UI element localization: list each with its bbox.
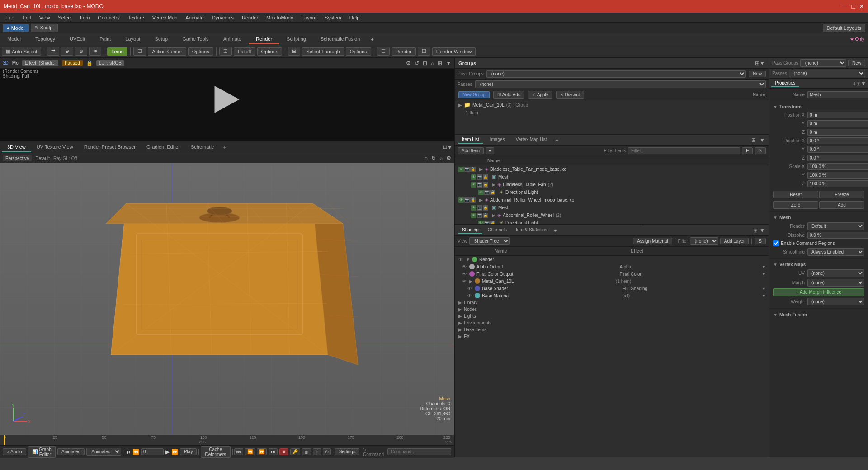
mode-sculpt[interactable]: ✎ Sculpt	[31, 24, 58, 32]
il-tab-vertex-map[interactable]: Vertex Map List	[512, 136, 551, 144]
vis-render-1[interactable]: 📷	[464, 167, 470, 172]
enable-command-checkbox[interactable]	[773, 240, 779, 246]
vp-gear-btn[interactable]: ⚙	[446, 155, 451, 161]
apply-btn[interactable]: ✓ Apply	[528, 91, 552, 99]
il-add-tab[interactable]: +	[554, 137, 560, 143]
menu-texture[interactable]: Texture	[124, 14, 148, 21]
vp-orbit-btn[interactable]: ↻	[431, 155, 436, 161]
vis-render-l1[interactable]: 📷	[484, 190, 490, 195]
freeze-btn[interactable]: Freeze	[819, 191, 864, 198]
transport-5[interactable]: 🔑	[290, 448, 300, 455]
group-item-metalcan[interactable]: ▶ 📁 Metal_Can_10L (3) : Group	[455, 100, 769, 109]
shade-expand-nodes[interactable]: ▶	[458, 307, 462, 312]
rot-x-input[interactable]	[807, 137, 868, 144]
transform-header[interactable]: ▼ Transform	[773, 103, 864, 111]
vis-lock-ag[interactable]: 🔒	[483, 213, 488, 218]
pb-play[interactable]: ▶	[165, 449, 170, 455]
vp-tab-render-preset[interactable]: Render Preset Browser	[79, 142, 141, 152]
preview-zoom-btn[interactable]: ⌕	[431, 60, 434, 66]
menu-system[interactable]: System	[321, 14, 345, 21]
transport-1[interactable]: ⏮	[234, 448, 243, 455]
add-btn[interactable]: Add	[819, 201, 864, 209]
tab-uvedit[interactable]: UVEdit	[62, 34, 92, 44]
auto-add-btn[interactable]: ☑ Auto Add	[493, 91, 525, 99]
shade-expand-metalcan[interactable]: ▶	[469, 279, 473, 284]
shade-row-environments[interactable]: ▶ Environments	[455, 320, 769, 326]
shade-row-bakeitems[interactable]: ▶ Bake Items	[455, 326, 769, 333]
props-plus-btn[interactable]: +	[853, 80, 856, 87]
item-row-mesh-2[interactable]: 👁 📷 🔒 ▣ Mesh	[455, 204, 769, 212]
menu-help[interactable]: Help	[346, 14, 363, 21]
vis-render-m1[interactable]: 📷	[477, 174, 482, 180]
vis-lock-l1[interactable]: 🔒	[490, 190, 495, 195]
il-expand-btn[interactable]: ⊞	[751, 137, 756, 143]
zero-btn[interactable]: Zero	[773, 201, 818, 209]
vis-lock-1[interactable]: 🔒	[470, 167, 476, 172]
shade-alpha-dropdown[interactable]: ▾	[763, 264, 765, 269]
falloff-btn[interactable]: Falloff	[234, 47, 255, 56]
render-window-checkbox[interactable]: ☐	[418, 47, 430, 56]
viewport-3d[interactable]: Perspective Default Ray GL: Off ⌂ ↻ ⌕ ⚙ …	[0, 153, 454, 435]
shade-row-metalcan[interactable]: 👁 ▶ Metal_Can_10L (1 Item)	[455, 277, 769, 285]
vp-tab-gradient[interactable]: Gradient Editor	[141, 142, 185, 152]
audio-btn[interactable]: ♪ Audio	[3, 448, 26, 455]
animated-mode-select[interactable]: Animated	[86, 448, 121, 456]
abdominal-expand[interactable]: ▶	[479, 197, 483, 202]
tab-animate[interactable]: Animate	[216, 34, 249, 44]
scale-z-input[interactable]	[807, 180, 868, 187]
graph-editor-btn[interactable]: 📊 Graph Editor	[28, 446, 56, 458]
transport-8[interactable]: ⊙	[323, 448, 331, 455]
falloff-checkbox[interactable]: ☑	[219, 47, 232, 56]
pos-z-input[interactable]	[807, 129, 868, 136]
transport-7[interactable]: ⤢	[313, 448, 321, 455]
shade-row-finalcolor[interactable]: 👁 Final Color Output Final Color ▾	[455, 270, 769, 277]
mode-model[interactable]: ● Model	[3, 24, 29, 32]
add-item-btn[interactable]: Add Item	[458, 147, 484, 154]
shade-settings-btn[interactable]: ▼	[760, 227, 765, 234]
command-input[interactable]	[387, 448, 451, 455]
shade-expand-bakeitems[interactable]: ▶	[458, 327, 462, 332]
tab-scripting[interactable]: Scripting	[279, 34, 313, 44]
item-row-bladeless-file[interactable]: 👁 📷 🔒 ▶ ◈ Bladeless_Table_Fan_modo_base.…	[455, 165, 769, 173]
mesh-fusion-header[interactable]: ▼ Mesh Fusion	[773, 311, 864, 319]
maximize-btn[interactable]: □	[852, 3, 855, 10]
shade-filter-select[interactable]: (none)	[690, 237, 718, 245]
shade-view-select[interactable]: Shader Tree	[469, 237, 510, 245]
il-tab-images[interactable]: Images	[486, 136, 509, 144]
options-2-btn[interactable]: Options	[257, 47, 283, 56]
auto-select-btn[interactable]: ▦ Auto Select	[2, 47, 41, 56]
shade-row-alpha[interactable]: 👁 Alpha Output Alpha ▾	[455, 263, 769, 270]
menu-view[interactable]: View	[36, 14, 54, 21]
shade-add-tab[interactable]: +	[552, 227, 558, 234]
shade-expand-fx[interactable]: ▶	[458, 334, 462, 339]
filter-search-btn[interactable]: F	[742, 147, 753, 154]
toolbar-icon-4[interactable]: ≋	[89, 47, 101, 56]
pos-x-input[interactable]	[807, 112, 868, 118]
pos-y-input[interactable]	[807, 120, 868, 127]
shade-row-basematerial[interactable]: 👁 Base Material (all) ▾	[455, 292, 769, 299]
menu-geometry[interactable]: Geometry	[94, 14, 123, 21]
vp-tab-3dview[interactable]: 3D View	[2, 142, 31, 152]
cache-deformers-btn[interactable]: Cache Deformers	[201, 446, 231, 458]
preview-settings-btn[interactable]: ⚙	[406, 60, 411, 66]
weight-select[interactable]: (none)	[807, 298, 864, 306]
props-tab-properties[interactable]: Properties	[771, 80, 799, 87]
pb-next-frame[interactable]: ⏩	[171, 449, 178, 455]
shade-eye-baseshader[interactable]: 👁	[467, 286, 472, 291]
play-arrow-icon[interactable]	[215, 86, 240, 113]
vis-render-m2[interactable]: 📷	[477, 205, 482, 211]
add-morph-btn[interactable]: + Add Morph Influence	[773, 288, 864, 296]
menu-vertex-map[interactable]: Vertex Map	[149, 14, 181, 21]
vis-render-bg[interactable]: 📷	[477, 182, 482, 188]
shade-expand-environments[interactable]: ▶	[458, 320, 462, 325]
new-group-btn[interactable]: New Group	[458, 91, 490, 98]
play-btn[interactable]: Play	[180, 448, 197, 455]
shade-finalcolor-dropdown[interactable]: ▾	[763, 272, 765, 277]
shade-row-lights[interactable]: ▶ Lights	[455, 313, 769, 320]
preview-fit-btn[interactable]: ⊡	[423, 60, 427, 66]
tab-render[interactable]: Render	[249, 34, 279, 44]
pb-go-start[interactable]: ⏮	[125, 449, 131, 455]
shade-eye-basematerial[interactable]: 👁	[467, 293, 472, 298]
abdominal-group-expand[interactable]: ▶	[492, 213, 495, 218]
shade-expand-lights[interactable]: ▶	[458, 314, 462, 319]
